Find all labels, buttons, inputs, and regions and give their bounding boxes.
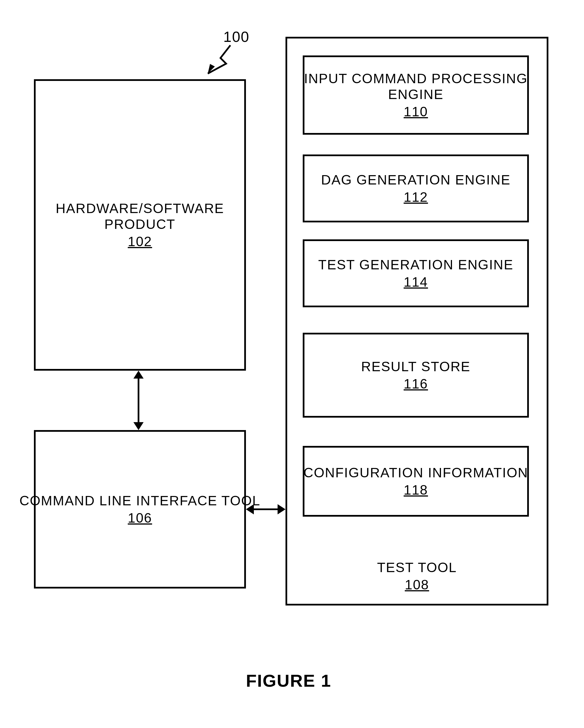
product-ref: 102: [128, 234, 152, 249]
test-generation-engine-box: TEST GENERATION ENGINE 114: [303, 239, 529, 307]
icpe-ref: 110: [404, 104, 428, 120]
svg-marker-3: [133, 422, 144, 430]
test-tool-ref: 108: [287, 577, 547, 593]
tge-line1: TEST GENERATION ENGINE: [318, 257, 513, 272]
ci-line1: CONFIGURATION INFORMATION: [304, 465, 528, 480]
icpe-line1: INPUT COMMAND PROCESSING: [304, 71, 527, 86]
dag-ref: 112: [404, 189, 428, 205]
configuration-information-box: CONFIGURATION INFORMATION 118: [303, 446, 529, 517]
arrow-cli-to-testtool: [246, 501, 285, 518]
ci-ref: 118: [404, 482, 428, 498]
rs-line1: RESULT STORE: [361, 359, 471, 374]
diagram-page: 100 HARDWARE/SOFTWARE PRODUCT 102 COMMAN…: [0, 0, 584, 728]
svg-marker-6: [278, 504, 285, 514]
cli-ref: 106: [128, 510, 152, 526]
dag-generation-engine-box: DAG GENERATION ENGINE 112: [303, 155, 529, 223]
product-label-line1: HARDWARE/SOFTWARE: [56, 201, 224, 216]
test-tool-container: INPUT COMMAND PROCESSING ENGINE 110 DAG …: [285, 37, 548, 605]
arrow-product-to-cli: [130, 371, 147, 430]
cli-label: COMMAND LINE INTERFACE TOOL: [20, 493, 260, 509]
system-ref-pointer: [199, 43, 233, 76]
test-tool-label: TEST TOOL: [287, 560, 547, 575]
result-store-box: RESULT STORE 116: [303, 333, 529, 418]
rs-ref: 116: [404, 376, 428, 392]
svg-marker-2: [133, 371, 144, 379]
figure-caption: FIGURE 1: [246, 671, 331, 691]
product-label-line2: PRODUCT: [104, 216, 175, 232]
icpe-line2: ENGINE: [388, 86, 444, 102]
dag-line1: DAG GENERATION ENGINE: [321, 172, 511, 188]
test-tool-label-block: TEST TOOL 108: [287, 560, 547, 593]
hardware-software-product-box: HARDWARE/SOFTWARE PRODUCT 102: [34, 79, 246, 371]
tge-ref: 114: [404, 274, 428, 290]
svg-marker-5: [246, 504, 254, 514]
cli-tool-box: COMMAND LINE INTERFACE TOOL 106: [34, 430, 246, 589]
input-command-processing-engine-box: INPUT COMMAND PROCESSING ENGINE 110: [303, 55, 529, 135]
